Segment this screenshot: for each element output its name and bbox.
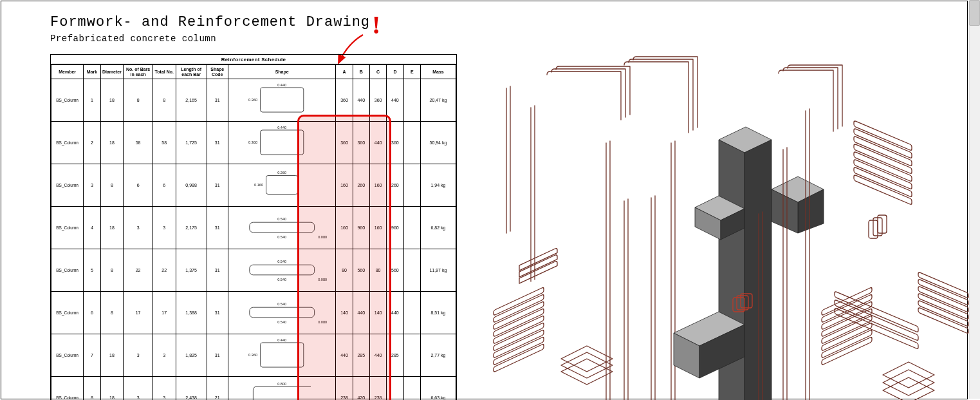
table-cell: 6	[124, 164, 153, 207]
svg-rect-13	[250, 265, 315, 275]
svg-text:0.440: 0.440	[277, 338, 286, 342]
table-cell: 1,825	[176, 334, 207, 377]
table-cell: 1	[84, 79, 100, 122]
drawing-viewport[interactable]: Formwork- and Reinforcement Drawing Pref…	[1, 1, 968, 399]
table-cell: 360	[336, 122, 353, 164]
table-cell: 31	[207, 122, 228, 164]
col-header: Diameter	[100, 65, 124, 79]
table-cell: 17	[124, 292, 153, 334]
svg-text:0.540: 0.540	[277, 235, 286, 239]
table-cell: 238	[369, 377, 386, 401]
rebar-stirrups-col2	[822, 287, 872, 365]
table-cell: 3	[153, 207, 176, 249]
table-cell: 6,82 kg	[420, 207, 456, 249]
svg-text:0.440: 0.440	[277, 83, 286, 87]
col-header: A	[336, 65, 353, 79]
svg-text:0.360: 0.360	[248, 98, 257, 102]
table-cell: 0.800	[228, 377, 335, 401]
table-cell: 3	[124, 207, 153, 249]
table-cell: 285	[353, 334, 369, 377]
table-cell: 440	[353, 292, 369, 334]
table-row: BS_Column418332,175310.5400.5400.0801609…	[51, 207, 456, 249]
svg-text:0.260: 0.260	[277, 171, 286, 175]
table-cell	[403, 122, 420, 164]
svg-text:0.540: 0.540	[277, 260, 286, 263]
table-cell: 0.4400.360	[228, 79, 335, 122]
svg-text:0.080: 0.080	[318, 235, 327, 239]
svg-rect-21	[261, 343, 304, 367]
table-cell	[403, 334, 420, 377]
table-cell: 1,94 kg	[420, 164, 456, 207]
table-cell: BS_Column	[51, 292, 84, 334]
table-cell: 440	[369, 334, 386, 377]
table-cell: 21	[207, 377, 228, 401]
table-cell: 440	[336, 334, 353, 377]
table-cell: 560	[387, 249, 403, 292]
table-cell: 31	[207, 164, 228, 207]
table-cell: 5	[84, 249, 100, 292]
table-cell: 0.4400.360	[228, 334, 335, 377]
table-row: BS_Column118882,165310.4400.360360440360…	[51, 79, 456, 122]
table-cell: 22	[153, 249, 176, 292]
iso-svg	[481, 27, 970, 400]
table-cell: BS_Column	[51, 207, 84, 249]
table-cell	[403, 377, 420, 401]
col-header: Mass	[420, 65, 456, 79]
table-row: BS_Column6817171,388310.5400.5400.080140…	[51, 292, 456, 334]
svg-text:0.160: 0.160	[254, 183, 263, 187]
table-cell: 18	[100, 122, 124, 164]
svg-text:0.360: 0.360	[248, 353, 257, 357]
col-header: B	[353, 65, 369, 79]
table-cell: 140	[369, 292, 386, 334]
svg-text:0.540: 0.540	[277, 278, 286, 281]
table-cell: 3	[124, 377, 153, 401]
table-cell: 960	[353, 207, 369, 249]
table-cell	[403, 79, 420, 122]
table-cell	[403, 207, 420, 249]
table-cell: 8	[124, 79, 153, 122]
table-cell: 3	[153, 377, 176, 401]
table-cell: 4	[84, 207, 100, 249]
table-row: BS_Column718331,825310.4400.360440285440…	[51, 334, 456, 377]
table-cell: 8	[153, 79, 176, 122]
table-header-row: MemberMarkDiameterNo. of Bars in eachTot…	[51, 65, 456, 79]
table-cell: 6	[84, 292, 100, 334]
table-cell: 20,47 kg	[420, 79, 456, 122]
isometric-3d-view[interactable]	[481, 27, 970, 400]
table-cell: 0,988	[176, 164, 207, 207]
table-cell: BS_Column	[51, 249, 84, 292]
rebar-square-stirrups-left	[561, 346, 613, 385]
table-cell: 80	[369, 249, 386, 292]
table-cell: 2,165	[176, 79, 207, 122]
table-cell: 58	[124, 122, 153, 164]
table-cell: 8	[84, 377, 100, 401]
table-cell: 285	[387, 334, 403, 377]
table-cell: 260	[387, 164, 403, 207]
table-row: BS_Column5822221,375310.5400.5400.080805…	[51, 249, 456, 292]
rebar-small-pair	[869, 215, 887, 238]
table-cell: 440	[387, 79, 403, 122]
vertical-scrollbar-thumb[interactable]	[969, 0, 980, 26]
rebar-Lbars-right	[779, 65, 842, 131]
table-cell: 2,438	[176, 377, 207, 401]
table-cell: 0.5400.5400.080	[228, 249, 335, 292]
vertical-scrollbar-track[interactable]	[969, 0, 980, 399]
table-cell: 160	[336, 207, 353, 249]
col-header: Shape Code	[207, 65, 228, 79]
table-cell: 260	[353, 164, 369, 207]
table-cell: 18	[100, 377, 124, 401]
table-cell: 0.5400.5400.080	[228, 292, 335, 334]
table-cell: 11,97 kg	[420, 249, 456, 292]
table-cell: 3	[84, 164, 100, 207]
table-cell: 160	[369, 207, 386, 249]
table-cell: 440	[387, 292, 403, 334]
table-cell: 440	[369, 122, 386, 164]
table-cell: 0.2600.160	[228, 164, 335, 207]
table-cell: 80	[336, 249, 353, 292]
table-cell: 160	[369, 164, 386, 207]
table-cell: 2,77 kg	[420, 334, 456, 377]
table-cell: 18	[100, 207, 124, 249]
table-cell: 360	[387, 122, 403, 164]
table-cell: 8	[100, 292, 124, 334]
table-cell: 0.5400.5400.080	[228, 207, 335, 249]
